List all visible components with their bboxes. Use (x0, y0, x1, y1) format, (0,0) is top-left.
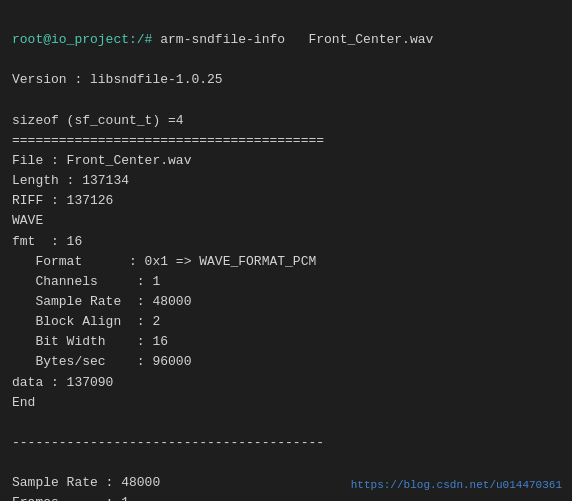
arg-1: Front_Center.wav (285, 32, 433, 47)
format-line: Format : 0x1 => WAVE_FORMAT_PCM (12, 254, 316, 269)
watermark: https://blog.csdn.net/u014470361 (351, 479, 562, 491)
sizeof-line: sizeof (sf_count_t) =4 (12, 113, 184, 128)
bytessec-line: Bytes/sec : 96000 (12, 354, 191, 369)
channels-line: Channels : 1 (12, 274, 160, 289)
blockalign-line: Block Align : 2 (12, 314, 160, 329)
fmt-line: fmt : 16 (12, 234, 82, 249)
samplerate-line: Sample Rate : 48000 (12, 294, 191, 309)
riff-line: RIFF : 137126 (12, 193, 113, 208)
data-line: data : 137090 (12, 375, 113, 390)
prompt-1: root@io_project:/# (12, 32, 160, 47)
end-line: End (12, 395, 35, 410)
wave-line: WAVE (12, 213, 43, 228)
version-line: Version : libsndfile-1.0.25 (12, 72, 223, 87)
frames-line: Frames : 1 (12, 495, 129, 501)
length-line: Length : 137134 (12, 173, 129, 188)
command-1: arm-sndfile-info (160, 32, 285, 47)
file-line: File : Front_Center.wav (12, 153, 191, 168)
separator-1: ======================================== (12, 133, 324, 148)
separator-2: ---------------------------------------- (12, 435, 324, 450)
sr-line: Sample Rate : 48000 (12, 475, 160, 490)
terminal-output: root@io_project:/# arm-sndfile-info Fron… (12, 10, 560, 501)
bitwidth-line: Bit Width : 16 (12, 334, 168, 349)
